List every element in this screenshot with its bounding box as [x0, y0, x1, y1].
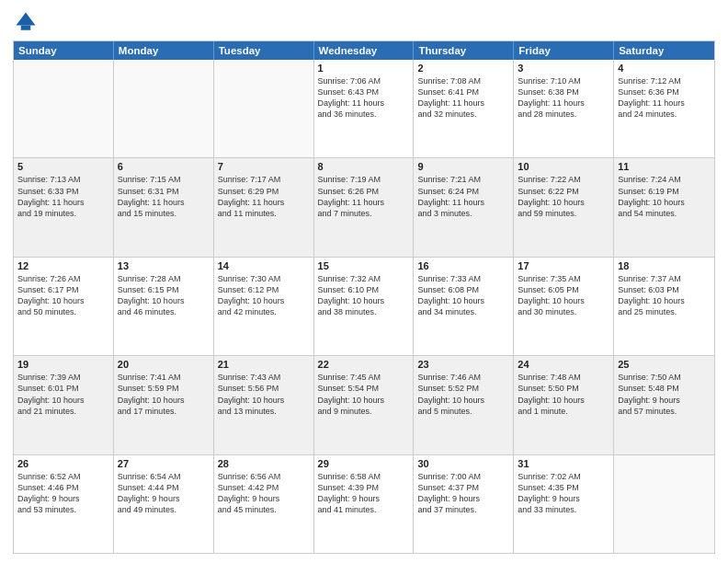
day-number: 27	[118, 458, 210, 469]
calendar-cell: 8Sunrise: 7:19 AM Sunset: 6:26 PM Daylig…	[314, 158, 415, 256]
day-number: 22	[318, 359, 410, 370]
calendar-row: 1Sunrise: 7:06 AM Sunset: 6:43 PM Daylig…	[14, 60, 714, 158]
day-info: Sunrise: 7:45 AM Sunset: 5:54 PM Dayligh…	[318, 372, 410, 417]
day-number: 18	[618, 260, 711, 271]
day-info: Sunrise: 7:50 AM Sunset: 5:48 PM Dayligh…	[618, 372, 711, 417]
day-number: 20	[118, 359, 210, 370]
day-number: 4	[618, 63, 711, 74]
calendar-body: 1Sunrise: 7:06 AM Sunset: 6:43 PM Daylig…	[14, 60, 714, 553]
day-info: Sunrise: 6:54 AM Sunset: 4:44 PM Dayligh…	[118, 471, 210, 516]
calendar-cell	[114, 60, 214, 157]
day-info: Sunrise: 7:32 AM Sunset: 6:10 PM Dayligh…	[318, 273, 410, 318]
day-number: 5	[17, 161, 109, 172]
calendar-cell: 28Sunrise: 6:56 AM Sunset: 4:42 PM Dayli…	[214, 455, 314, 553]
day-info: Sunrise: 7:39 AM Sunset: 6:01 PM Dayligh…	[17, 372, 109, 417]
logo-icon	[13, 9, 39, 35]
day-info: Sunrise: 7:19 AM Sunset: 6:26 PM Dayligh…	[318, 174, 410, 219]
day-info: Sunrise: 7:02 AM Sunset: 4:35 PM Dayligh…	[518, 471, 609, 516]
day-info: Sunrise: 7:30 AM Sunset: 6:12 PM Dayligh…	[218, 273, 310, 318]
day-number: 3	[518, 63, 609, 74]
svg-rect-1	[21, 26, 31, 30]
calendar-cell: 16Sunrise: 7:33 AM Sunset: 6:08 PM Dayli…	[414, 258, 514, 355]
day-info: Sunrise: 7:41 AM Sunset: 5:59 PM Dayligh…	[118, 372, 210, 417]
day-info: Sunrise: 7:48 AM Sunset: 5:50 PM Dayligh…	[518, 372, 609, 417]
day-info: Sunrise: 7:46 AM Sunset: 5:52 PM Dayligh…	[417, 372, 509, 417]
calendar-cell: 25Sunrise: 7:50 AM Sunset: 5:48 PM Dayli…	[614, 356, 714, 454]
calendar-cell: 3Sunrise: 7:10 AM Sunset: 6:38 PM Daylig…	[514, 60, 614, 157]
day-number: 8	[318, 161, 410, 172]
day-number: 19	[17, 359, 109, 370]
day-number: 6	[118, 161, 210, 172]
day-number: 2	[417, 63, 509, 74]
day-number: 21	[218, 359, 310, 370]
day-info: Sunrise: 7:43 AM Sunset: 5:56 PM Dayligh…	[218, 372, 310, 417]
day-number: 26	[17, 458, 109, 469]
calendar-cell	[214, 60, 314, 157]
weekday-header: Friday	[514, 41, 614, 60]
day-info: Sunrise: 7:15 AM Sunset: 6:31 PM Dayligh…	[118, 174, 210, 219]
day-info: Sunrise: 7:06 AM Sunset: 6:43 PM Dayligh…	[318, 75, 410, 121]
day-number: 10	[518, 161, 609, 172]
calendar-cell: 4Sunrise: 7:12 AM Sunset: 6:36 PM Daylig…	[614, 60, 714, 157]
calendar-cell: 6Sunrise: 7:15 AM Sunset: 6:31 PM Daylig…	[114, 158, 214, 256]
day-number: 11	[618, 161, 711, 172]
calendar-cell: 10Sunrise: 7:22 AM Sunset: 6:22 PM Dayli…	[514, 158, 614, 256]
calendar-cell: 22Sunrise: 7:45 AM Sunset: 5:54 PM Dayli…	[314, 356, 415, 454]
calendar-header: SundayMondayTuesdayWednesdayThursdayFrid…	[14, 41, 714, 60]
day-number: 25	[618, 359, 711, 370]
day-number: 13	[118, 260, 210, 271]
day-number: 16	[417, 260, 509, 271]
weekday-header: Sunday	[14, 41, 114, 60]
calendar-cell: 12Sunrise: 7:26 AM Sunset: 6:17 PM Dayli…	[14, 258, 114, 355]
calendar-cell: 15Sunrise: 7:32 AM Sunset: 6:10 PM Dayli…	[314, 258, 415, 355]
calendar-cell: 7Sunrise: 7:17 AM Sunset: 6:29 PM Daylig…	[214, 158, 314, 256]
calendar-cell: 31Sunrise: 7:02 AM Sunset: 4:35 PM Dayli…	[514, 455, 614, 553]
day-number: 28	[218, 458, 310, 469]
calendar-cell: 5Sunrise: 7:13 AM Sunset: 6:33 PM Daylig…	[14, 158, 114, 256]
day-info: Sunrise: 7:00 AM Sunset: 4:37 PM Dayligh…	[417, 471, 509, 516]
day-info: Sunrise: 6:52 AM Sunset: 4:46 PM Dayligh…	[17, 471, 109, 516]
day-number: 12	[17, 260, 109, 271]
day-info: Sunrise: 7:24 AM Sunset: 6:19 PM Dayligh…	[618, 174, 711, 219]
weekday-header: Saturday	[614, 41, 714, 60]
day-number: 9	[417, 161, 509, 172]
calendar-cell: 27Sunrise: 6:54 AM Sunset: 4:44 PM Dayli…	[114, 455, 214, 553]
calendar-cell: 14Sunrise: 7:30 AM Sunset: 6:12 PM Dayli…	[214, 258, 314, 355]
header	[13, 9, 715, 35]
day-info: Sunrise: 7:17 AM Sunset: 6:29 PM Dayligh…	[218, 174, 310, 219]
day-number: 23	[417, 359, 509, 370]
day-info: Sunrise: 7:12 AM Sunset: 6:36 PM Dayligh…	[618, 75, 711, 121]
page: SundayMondayTuesdayWednesdayThursdayFrid…	[0, 0, 728, 563]
day-number: 24	[518, 359, 609, 370]
day-info: Sunrise: 7:26 AM Sunset: 6:17 PM Dayligh…	[17, 273, 109, 318]
weekday-header: Monday	[114, 41, 214, 60]
day-number: 30	[417, 458, 509, 469]
calendar-cell: 26Sunrise: 6:52 AM Sunset: 4:46 PM Dayli…	[14, 455, 114, 553]
weekday-header: Thursday	[414, 41, 514, 60]
calendar-row: 5Sunrise: 7:13 AM Sunset: 6:33 PM Daylig…	[14, 158, 714, 257]
day-number: 14	[218, 260, 310, 271]
calendar-cell: 11Sunrise: 7:24 AM Sunset: 6:19 PM Dayli…	[614, 158, 714, 256]
day-info: Sunrise: 7:10 AM Sunset: 6:38 PM Dayligh…	[518, 75, 609, 121]
calendar-cell: 13Sunrise: 7:28 AM Sunset: 6:15 PM Dayli…	[114, 258, 214, 355]
weekday-header: Tuesday	[214, 41, 314, 60]
calendar-cell	[14, 60, 114, 157]
day-info: Sunrise: 7:33 AM Sunset: 6:08 PM Dayligh…	[417, 273, 509, 318]
day-number: 29	[318, 458, 410, 469]
day-info: Sunrise: 7:08 AM Sunset: 6:41 PM Dayligh…	[417, 75, 509, 121]
day-number: 31	[518, 458, 609, 469]
day-info: Sunrise: 7:21 AM Sunset: 6:24 PM Dayligh…	[417, 174, 509, 219]
calendar-cell: 1Sunrise: 7:06 AM Sunset: 6:43 PM Daylig…	[314, 60, 415, 157]
calendar-cell: 2Sunrise: 7:08 AM Sunset: 6:41 PM Daylig…	[414, 60, 514, 157]
day-number: 15	[318, 260, 410, 271]
day-number: 17	[518, 260, 609, 271]
calendar-cell: 17Sunrise: 7:35 AM Sunset: 6:05 PM Dayli…	[514, 258, 614, 355]
calendar-cell: 24Sunrise: 7:48 AM Sunset: 5:50 PM Dayli…	[514, 356, 614, 454]
calendar-cell: 19Sunrise: 7:39 AM Sunset: 6:01 PM Dayli…	[14, 356, 114, 454]
calendar-row: 12Sunrise: 7:26 AM Sunset: 6:17 PM Dayli…	[14, 258, 714, 356]
day-info: Sunrise: 7:22 AM Sunset: 6:22 PM Dayligh…	[518, 174, 609, 219]
calendar-row: 26Sunrise: 6:52 AM Sunset: 4:46 PM Dayli…	[14, 455, 714, 553]
weekday-header: Wednesday	[314, 41, 415, 60]
calendar-cell: 23Sunrise: 7:46 AM Sunset: 5:52 PM Dayli…	[414, 356, 514, 454]
calendar-cell: 18Sunrise: 7:37 AM Sunset: 6:03 PM Dayli…	[614, 258, 714, 355]
